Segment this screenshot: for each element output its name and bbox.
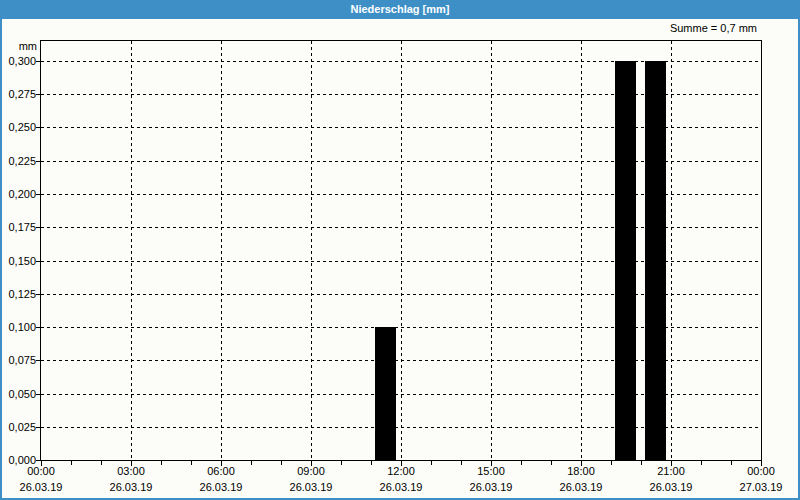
x-tick-time-label: 06:00 — [191, 465, 251, 477]
y-tick-label: 0,175 — [0, 221, 36, 233]
x-tick-date-label: 26.03.19 — [641, 481, 701, 493]
x-tick-date-label: 26.03.19 — [461, 481, 521, 493]
y-tick-label: 0,100 — [0, 321, 36, 333]
y-axis-tick — [36, 261, 40, 262]
y-axis-tick — [36, 460, 40, 461]
y-axis-tick — [36, 327, 40, 328]
plot-area — [40, 40, 762, 461]
sum-annotation: Summe = 0,7 mm — [670, 22, 757, 34]
y-axis-tick — [36, 360, 40, 361]
y-tick-label: 0,075 — [0, 354, 36, 366]
y-axis-tick — [36, 61, 40, 62]
x-tick-time-label: 00:00 — [11, 465, 71, 477]
x-tick-date-label: 26.03.19 — [191, 481, 251, 493]
plot-canvas — [41, 41, 761, 460]
y-tick-label: 0,025 — [0, 421, 36, 433]
x-axis-minor-tick — [161, 461, 162, 465]
x-axis-minor-tick — [521, 461, 522, 465]
gridline-vertical — [221, 41, 222, 460]
x-tick-date-label: 27.03.19 — [731, 481, 791, 493]
x-tick-time-label: 00:00 — [731, 465, 791, 477]
x-tick-date-label: 26.03.19 — [281, 481, 341, 493]
x-tick-time-label: 18:00 — [551, 465, 611, 477]
precipitation-bar — [645, 61, 666, 460]
gridline-vertical — [581, 41, 582, 460]
x-axis-minor-tick — [341, 461, 342, 465]
y-axis-tick — [36, 194, 40, 195]
gridline-vertical — [131, 41, 132, 460]
gridline-vertical — [491, 41, 492, 460]
y-tick-label: 0,250 — [0, 121, 36, 133]
y-axis-tick — [36, 394, 40, 395]
chart-window: Niederschlag [mm] Summe = 0,7 mm mm 0,30… — [0, 0, 800, 500]
x-tick-date-label: 26.03.19 — [371, 481, 431, 493]
x-tick-date-label: 26.03.19 — [551, 481, 611, 493]
x-tick-time-label: 09:00 — [281, 465, 341, 477]
y-axis-unit-label: mm — [0, 40, 37, 52]
y-axis-tick — [36, 427, 40, 428]
y-tick-label: 0,225 — [0, 155, 36, 167]
x-tick-date-label: 26.03.19 — [101, 481, 161, 493]
chart-title-bar: Niederschlag [mm] — [0, 0, 800, 19]
x-axis-minor-tick — [701, 461, 702, 465]
gridline-vertical — [311, 41, 312, 460]
y-tick-label: 0,050 — [0, 388, 36, 400]
precipitation-bar — [375, 327, 396, 460]
y-axis-tick — [36, 127, 40, 128]
y-tick-label: 0,300 — [0, 55, 36, 67]
x-tick-time-label: 15:00 — [461, 465, 521, 477]
x-axis-minor-tick — [251, 461, 252, 465]
y-tick-label: 0,150 — [0, 255, 36, 267]
precipitation-bar — [615, 61, 636, 460]
y-axis-tick — [36, 294, 40, 295]
chart-title: Niederschlag [mm] — [350, 3, 449, 15]
x-tick-time-label: 12:00 — [371, 465, 431, 477]
x-tick-time-label: 21:00 — [641, 465, 701, 477]
x-tick-time-label: 03:00 — [101, 465, 161, 477]
y-axis-tick — [36, 94, 40, 95]
y-tick-label: 0,125 — [0, 288, 36, 300]
x-tick-date-label: 26.03.19 — [11, 481, 71, 493]
x-axis-minor-tick — [611, 461, 612, 465]
x-axis-minor-tick — [71, 461, 72, 465]
y-tick-label: 0,200 — [0, 188, 36, 200]
gridline-vertical — [401, 41, 402, 460]
y-axis-tick — [36, 161, 40, 162]
y-axis-tick — [36, 227, 40, 228]
x-axis-minor-tick — [431, 461, 432, 465]
gridline-vertical — [671, 41, 672, 460]
y-tick-label: 0,275 — [0, 88, 36, 100]
